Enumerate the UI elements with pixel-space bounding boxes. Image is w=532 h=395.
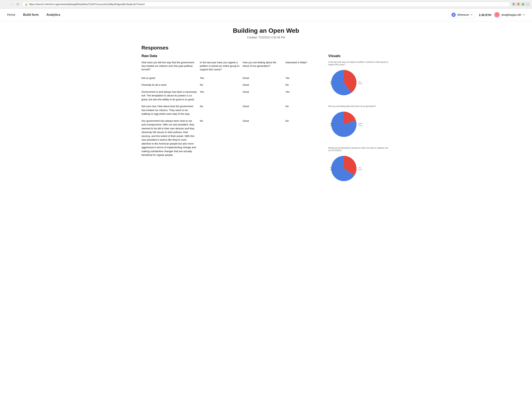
svg-text:No: No	[330, 81, 332, 82]
responses-section: Raw Data How have you felt the way that …	[141, 54, 391, 191]
cell-2-0: Government is and always has been a nece…	[141, 88, 200, 103]
forward-button[interactable]: →	[9, 2, 14, 6]
cell-4-0: Our government has always been slow to a…	[141, 117, 200, 159]
col-header-2: How you are feeling about the future of …	[243, 61, 285, 74]
responses-title: Responses	[141, 45, 391, 51]
svg-text:Good: Good	[358, 122, 362, 124]
svg-text:Bad /: Bad /	[330, 122, 333, 124]
page-title: Building an Open Web	[141, 27, 391, 34]
svg-text:40.0%: 40.0%	[330, 83, 334, 84]
table-body: Not so goodYesGreatYesHonestly its all a…	[141, 74, 317, 159]
col-header-1: In the last year have you signed a petit…	[200, 61, 243, 74]
cell-1-1: No	[200, 82, 243, 88]
user-chevron-icon: ▼	[523, 14, 525, 16]
svg-text:No: No	[330, 167, 332, 169]
charts-container: In the last year have you signed a petit…	[328, 61, 391, 185]
cell-2-3: Yes	[285, 88, 317, 103]
svg-text:66.0%: 66.0%	[358, 169, 362, 170]
browser-nav: ← → ⟳	[2, 2, 20, 6]
eth-amount: 2.35 ETH	[479, 13, 491, 16]
ext-icon-4[interactable]: ⬜	[526, 2, 530, 6]
chart-label-1: How you are feeling about the future of …	[328, 105, 391, 108]
svg-text:80.0%: 80.0%	[358, 125, 362, 126]
chart-label-2: Would you be interested in joining our r…	[328, 147, 391, 152]
back-button[interactable]: ←	[2, 2, 8, 6]
svg-marker-3	[453, 15, 454, 16]
table-row: Not so goodYesGreatYes	[141, 74, 317, 82]
table-row: Government is and always has been a nece…	[141, 88, 317, 103]
browser-chrome: ← → ⟳ 🔒 https://launch.interform.app/vie…	[0, 0, 532, 9]
svg-text:20.0%: 20.0%	[330, 125, 334, 126]
nav-analytics[interactable]: Analytics	[47, 13, 60, 16]
chart-block-2: Would you be interested in joining our r…	[328, 147, 391, 185]
app-header: Home Build form Analytics Ethereum ▼ 2.3…	[0, 9, 532, 21]
user-avatar: 🦊	[494, 12, 500, 17]
url-bar[interactable]: 🔒 https://launch.interform.app/view/bafy…	[22, 2, 510, 7]
eth-chevron-icon: ▼	[471, 14, 473, 16]
svg-marker-1	[453, 14, 454, 15]
chart-block-1: How you are feeling about the future of …	[328, 105, 391, 140]
cell-3-1: No	[200, 103, 243, 117]
user-badge[interactable]: 🦊 straightupjac.eth ▼	[494, 12, 525, 17]
table-row: Our government has always been slow to a…	[141, 117, 317, 159]
cell-1-3: No	[285, 82, 317, 88]
svg-text:Yes: Yes	[358, 81, 361, 82]
col-header-0: How have you felt the way that the gover…	[141, 61, 200, 74]
cell-1-2: Good	[243, 82, 285, 88]
cell-4-1: No	[200, 117, 243, 159]
app-nav: Home Build form Analytics	[7, 13, 60, 16]
svg-text:Yes: Yes	[358, 167, 361, 169]
responses-left: Raw Data How have you felt the way that …	[141, 54, 317, 191]
table-head: How have you felt the way that the gover…	[141, 61, 317, 74]
cell-3-3: No	[285, 103, 317, 117]
nav-build-form[interactable]: Build form	[23, 13, 39, 16]
raw-data-title: Raw Data	[141, 54, 317, 58]
chart-block-0: In the last year have you signed a petit…	[328, 61, 391, 99]
lock-icon: 🔒	[25, 3, 28, 6]
browser-extensions: ⚙ 🦊 🧩 ⬜	[512, 2, 530, 6]
cell-3-2: Good	[243, 103, 285, 117]
cell-1-0: Honestly its all a scam	[141, 82, 200, 88]
data-table: How have you felt the way that the gover…	[141, 61, 317, 159]
refresh-button[interactable]: ⟳	[16, 2, 20, 6]
ext-icon-3[interactable]: 🧩	[521, 2, 525, 6]
url-text: https://launch.interform.app/view/bafybe…	[29, 3, 507, 6]
chart-svg-2: No34.0%Yes66.0%	[328, 153, 367, 184]
cell-0-0: Not so good	[141, 74, 200, 82]
cell-0-1: Yes	[200, 74, 243, 82]
ext-icon-1[interactable]: ⚙	[512, 2, 516, 6]
chart-svg-1: Bad /20.0%Good80.0%	[328, 109, 367, 140]
cell-3-0: Not sure how I feel about how the govern…	[141, 103, 200, 117]
cell-4-2: Good	[243, 117, 285, 159]
eth-icon	[451, 13, 456, 17]
page-created: Created: 7/23/2022 4:52:49 PM	[141, 36, 391, 39]
svg-text:34.0%: 34.0%	[330, 169, 334, 170]
cell-4-3: No	[285, 117, 317, 159]
svg-marker-0	[454, 14, 454, 15]
svg-marker-2	[454, 15, 454, 16]
nav-home[interactable]: Home	[7, 13, 15, 16]
eth-network-badge[interactable]: Ethereum ▼	[449, 11, 476, 18]
cell-2-1: Yes	[200, 88, 243, 103]
user-name: straightupjac.eth	[501, 13, 521, 16]
col-header-3: Interested in Rally?	[285, 61, 317, 74]
cell-0-3: Yes	[285, 74, 317, 82]
main-content: Building an Open Web Created: 7/23/2022 …	[130, 21, 402, 203]
visuals-title: Visuals	[328, 54, 391, 58]
table-row: Not sure how I feel about how the govern…	[141, 103, 317, 117]
eth-network-label: Ethereum	[457, 13, 469, 16]
cell-0-2: Great	[243, 74, 285, 82]
chart-svg-0: No40.0%Yes60.0%	[328, 67, 367, 98]
ext-icon-2[interactable]: 🦊	[516, 2, 520, 6]
responses-right: Visuals In the last year have you signed…	[328, 54, 391, 191]
chart-label-0: In the last year have you signed a petit…	[328, 61, 391, 66]
table-row: Honestly its all a scamNoGoodNo	[141, 82, 317, 88]
svg-text:60.0%: 60.0%	[358, 83, 362, 84]
table-header-row: How have you felt the way that the gover…	[141, 61, 317, 74]
header-right: Ethereum ▼ 2.35 ETH 🦊 straightupjac.eth …	[449, 11, 525, 18]
cell-2-2: Good	[243, 88, 285, 103]
